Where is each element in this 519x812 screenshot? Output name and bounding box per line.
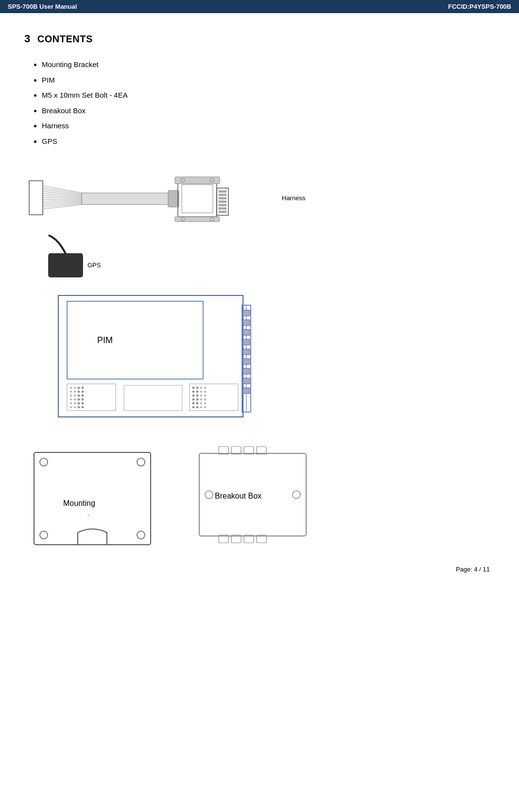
main-content: 3 Contents Mounting Bracket PIM M5 x 10m… [0, 13, 519, 592]
header-left: SPS-700B User Manual [8, 3, 77, 10]
svg-rect-30 [219, 207, 226, 209]
svg-rect-36 [67, 301, 203, 379]
list-item: Mounting Bracket [42, 57, 495, 72]
svg-point-63 [78, 398, 80, 400]
list-item: Breakout Box [42, 103, 495, 119]
svg-rect-39 [243, 310, 250, 316]
page-header: SPS-700B User Manual FCCID:P4YSPS-700B [0, 0, 519, 13]
svg-rect-27 [219, 197, 226, 199]
header-right: FCCID:P4YSPS-700B [448, 3, 511, 10]
svg-point-61 [70, 398, 72, 400]
svg-point-95 [192, 406, 194, 408]
svg-point-93 [200, 402, 202, 404]
svg-rect-16 [178, 181, 217, 217]
svg-rect-45 [243, 368, 250, 374]
svg-point-72 [82, 406, 84, 408]
svg-point-58 [74, 395, 76, 397]
svg-rect-31 [219, 211, 226, 213]
svg-rect-29 [219, 204, 226, 206]
svg-rect-0 [29, 181, 43, 215]
svg-point-49 [70, 387, 72, 389]
svg-point-103 [40, 531, 48, 539]
svg-rect-47 [243, 388, 250, 394]
svg-text:Breakout Box: Breakout Box [215, 492, 261, 500]
svg-point-88 [196, 398, 198, 400]
bottom-row: Mounting . [24, 443, 495, 556]
gps-diagram-container: GPS [34, 234, 495, 283]
breakout-box-svg: Breakout Box [185, 443, 330, 554]
svg-point-65 [70, 402, 72, 404]
svg-text:.: . [87, 510, 89, 517]
svg-point-89 [200, 398, 202, 400]
svg-point-104 [137, 531, 145, 539]
svg-rect-33 [49, 254, 83, 277]
svg-rect-43 [243, 349, 250, 355]
svg-point-101 [40, 458, 48, 466]
list-item: Harness [42, 118, 495, 134]
svg-point-84 [196, 395, 198, 397]
section-title: Contents [37, 34, 93, 44]
svg-rect-40 [243, 320, 250, 326]
svg-point-87 [192, 398, 194, 400]
svg-line-2 [43, 188, 83, 194]
mounting-svg: Mounting . [24, 443, 170, 554]
svg-rect-41 [243, 329, 250, 335]
svg-point-69 [70, 406, 72, 408]
svg-point-78 [204, 387, 206, 389]
svg-point-79 [192, 391, 194, 393]
svg-point-77 [200, 387, 202, 389]
svg-point-56 [82, 391, 84, 393]
svg-rect-73 [124, 385, 182, 411]
list-item: PIM [42, 72, 495, 88]
svg-rect-44 [243, 359, 250, 364]
svg-line-1 [43, 186, 83, 193]
svg-point-112 [205, 491, 213, 499]
svg-rect-18 [175, 177, 220, 184]
gps-svg: GPS [34, 234, 131, 283]
svg-point-94 [204, 402, 206, 404]
svg-point-91 [192, 402, 194, 404]
svg-point-66 [74, 402, 76, 404]
svg-rect-25 [219, 190, 226, 192]
svg-text:GPS: GPS [87, 261, 101, 269]
svg-rect-100 [34, 452, 151, 545]
svg-point-75 [192, 387, 194, 389]
svg-rect-14 [82, 193, 169, 205]
svg-point-68 [82, 402, 84, 404]
pim-diagram-container: PIM [53, 291, 495, 428]
svg-point-52 [82, 387, 84, 389]
list-item: M5 x 10mm Set Bolt - 4EA [42, 87, 495, 103]
svg-point-102 [137, 458, 145, 466]
contents-list: Mounting Bracket PIM M5 x 10mm Set Bolt … [24, 57, 495, 149]
svg-point-90 [204, 398, 206, 400]
svg-point-70 [74, 406, 76, 408]
svg-point-53 [70, 391, 72, 393]
breakout-box-diagram-container: Breakout Box [185, 443, 330, 556]
list-item: GPS [42, 134, 495, 149]
svg-text:PIM: PIM [97, 335, 113, 345]
svg-rect-15 [168, 190, 179, 207]
section-number: 3 [24, 33, 31, 45]
svg-point-92 [196, 402, 198, 404]
mounting-diagram-container: Mounting . [24, 443, 170, 556]
svg-point-76 [196, 387, 198, 389]
svg-rect-28 [219, 201, 226, 203]
svg-point-60 [82, 395, 84, 397]
svg-line-8 [43, 199, 83, 200]
svg-rect-17 [182, 185, 213, 213]
svg-point-64 [82, 398, 84, 400]
svg-point-51 [78, 387, 80, 389]
harness-diagram-container: Harness [24, 166, 495, 229]
svg-point-82 [204, 391, 206, 393]
svg-text:Harness: Harness [282, 194, 306, 202]
harness-svg: Harness [24, 166, 335, 229]
svg-point-81 [200, 391, 202, 393]
svg-text:Mounting: Mounting [63, 499, 95, 507]
svg-point-67 [78, 402, 80, 404]
svg-point-97 [200, 406, 202, 408]
svg-line-9 [43, 201, 83, 201]
svg-point-57 [70, 395, 72, 397]
svg-point-80 [196, 391, 198, 393]
svg-point-96 [196, 406, 198, 408]
svg-rect-26 [219, 194, 226, 196]
